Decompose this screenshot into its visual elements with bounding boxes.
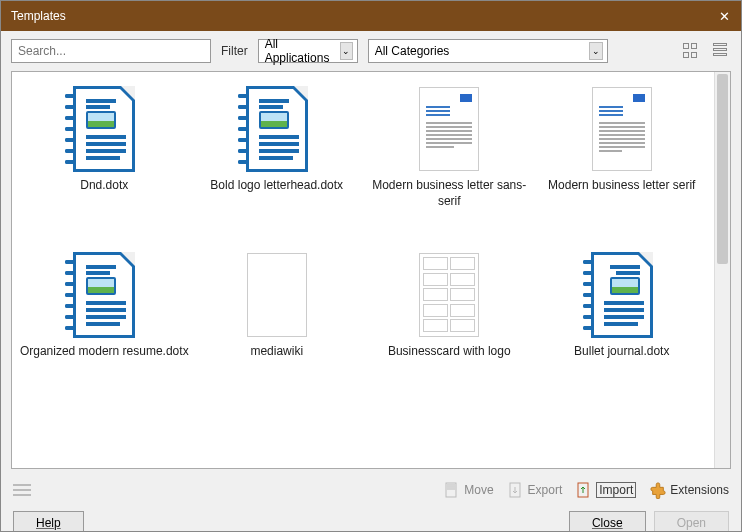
export-button: Export — [508, 481, 563, 499]
template-label: Bold logo letterhead.dotx — [210, 178, 343, 210]
move-button: Move — [444, 481, 493, 499]
template-thumbnail — [246, 86, 308, 172]
import-icon — [576, 481, 592, 499]
move-icon — [444, 481, 460, 499]
import-label: Import — [596, 482, 636, 498]
footer: Move Export Import Extensions Help Close… — [1, 469, 741, 532]
import-button[interactable]: Import — [576, 481, 636, 499]
export-icon — [508, 481, 524, 499]
window-title: Templates — [11, 9, 717, 23]
close-icon[interactable]: ✕ — [717, 9, 731, 23]
search-input[interactable] — [11, 39, 211, 63]
extensions-button[interactable]: Extensions — [650, 481, 729, 499]
scrollbar[interactable] — [714, 72, 730, 468]
template-item[interactable]: Dnd.dotx — [18, 86, 191, 210]
scrollbar-thumb[interactable] — [717, 74, 728, 264]
templates-grid: Dnd.dotx Bold logo letterhead.dotx Moder… — [12, 72, 714, 468]
categories-value: All Categories — [375, 44, 585, 58]
help-button[interactable]: Help — [13, 511, 84, 532]
template-thumbnail — [73, 86, 135, 172]
template-thumbnail — [418, 86, 480, 172]
template-label: Businesscard with logo — [388, 344, 511, 376]
move-label: Move — [464, 483, 493, 497]
template-item[interactable]: Modern business letter sans-serif — [363, 86, 536, 210]
list-view-button[interactable] — [711, 41, 731, 61]
template-label: Bullet journal.dotx — [574, 344, 669, 376]
template-thumbnail — [591, 86, 653, 172]
template-item[interactable]: Organized modern resume.dotx — [18, 252, 191, 376]
template-label: Dnd.dotx — [80, 178, 128, 210]
menu-icon[interactable] — [13, 484, 31, 496]
template-item[interactable]: Bullet journal.dotx — [536, 252, 709, 376]
template-thumbnail — [246, 252, 308, 338]
titlebar: Templates ✕ — [1, 1, 741, 31]
open-button: Open — [654, 511, 729, 532]
template-label: mediawiki — [250, 344, 303, 376]
template-item[interactable]: Bold logo letterhead.dotx — [191, 86, 364, 210]
grid-view-button[interactable] — [681, 41, 701, 61]
template-label: Organized modern resume.dotx — [20, 344, 189, 376]
template-item[interactable]: Modern business letter serif — [536, 86, 709, 210]
template-label: Modern business letter sans-serif — [363, 178, 536, 210]
template-thumbnail — [73, 252, 135, 338]
template-thumbnail — [418, 252, 480, 338]
applications-dropdown[interactable]: All Applications ⌄ — [258, 39, 358, 63]
template-item[interactable]: mediawiki — [191, 252, 364, 376]
puzzle-icon — [650, 481, 666, 499]
chevron-down-icon: ⌄ — [589, 42, 603, 60]
templates-panel: Dnd.dotx Bold logo letterhead.dotx Moder… — [11, 71, 731, 469]
close-button[interactable]: Close — [569, 511, 646, 532]
template-thumbnail — [591, 252, 653, 338]
template-item[interactable]: Businesscard with logo — [363, 252, 536, 376]
export-label: Export — [528, 483, 563, 497]
categories-dropdown[interactable]: All Categories ⌄ — [368, 39, 608, 63]
applications-value: All Applications — [265, 37, 336, 65]
toolbar: Filter All Applications ⌄ All Categories… — [1, 31, 741, 71]
filter-label: Filter — [221, 44, 248, 58]
extensions-label: Extensions — [670, 483, 729, 497]
chevron-down-icon: ⌄ — [340, 42, 353, 60]
template-label: Modern business letter serif — [548, 178, 695, 210]
